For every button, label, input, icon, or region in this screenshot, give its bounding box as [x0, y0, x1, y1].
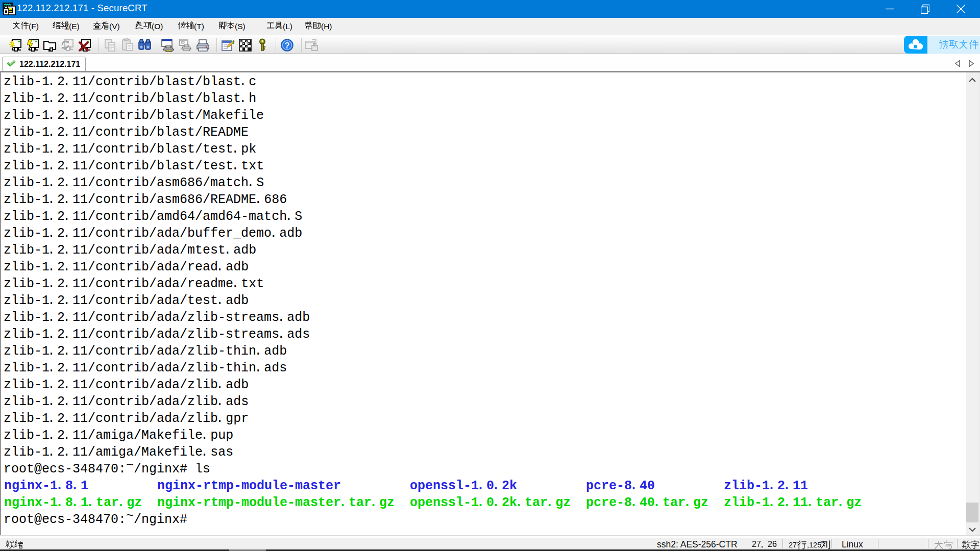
svg-text:?: ?: [284, 41, 289, 51]
